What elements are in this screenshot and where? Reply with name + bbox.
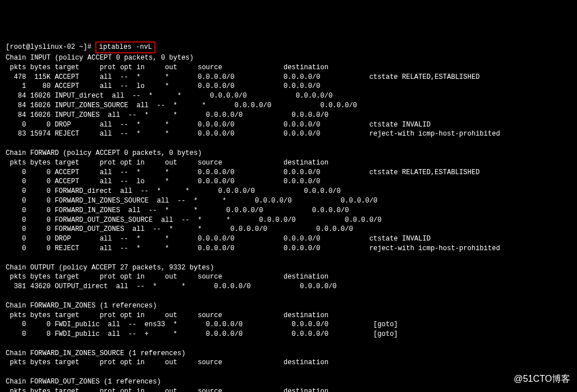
watermark: @51CTO博客 (513, 373, 570, 385)
terminal-output[interactable]: [root@lyslinux-02 ~]# iptables -nvL Chai… (6, 41, 571, 392)
command-highlight: iptables -nvL (95, 41, 155, 53)
iptables-output: Chain INPUT (policy ACCEPT 0 packets, 0 … (6, 54, 500, 392)
shell-prompt: [root@lyslinux-02 ~]# (6, 43, 91, 51)
